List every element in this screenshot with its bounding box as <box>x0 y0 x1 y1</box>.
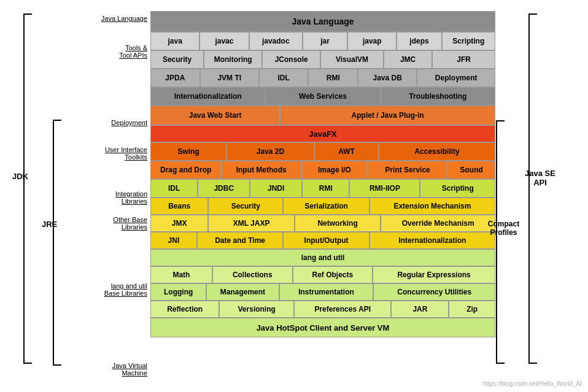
cell-intl-other: Internationalization <box>369 232 495 249</box>
cell-javadoc: javadoc <box>249 32 303 50</box>
cell-webservices-tools: Web Services <box>265 87 380 106</box>
cell-refobjects: Ref Objects <box>293 266 373 283</box>
java-se-api-label: Java SEAPI <box>522 169 559 187</box>
cell-extension: Extension Mechanism <box>369 198 495 215</box>
cell-instrumentation: Instrumentation <box>279 283 374 301</box>
cell-applet: Applet / Java Plug-in <box>280 106 495 125</box>
cell-zip: Zip <box>449 301 495 318</box>
other-row1: Beans Security Serialization Extension M… <box>150 198 495 215</box>
cell-java2d: Java 2D <box>226 142 314 161</box>
jdk-bracket-left <box>23 13 25 363</box>
ui-row1: Swing Java 2D AWT Accessibility <box>150 142 495 161</box>
cell-jmc: JMC <box>384 50 432 69</box>
cell-javawebstart: Java Web Start <box>150 106 280 125</box>
label-ui-toolkits: User InterfaceToolkits <box>92 146 147 161</box>
cell-serialization: Serialization <box>283 198 369 215</box>
cell-datetime: Date and Time <box>197 232 284 249</box>
cell-awt: AWT <box>314 142 379 161</box>
javaseapi-bracket-top <box>528 13 537 15</box>
cell-monitoring: Monitoring <box>204 50 262 69</box>
cell-printservice: Print Service <box>368 161 448 179</box>
jdk-label: JDK <box>12 172 28 181</box>
label-tools: Tools &Tool APIs <box>92 44 147 59</box>
cell-inputoutput: Input/Output <box>283 232 369 249</box>
cell-management: Management <box>206 283 279 301</box>
lang-util-header-row: lang and util <box>150 249 495 266</box>
cell-swing: Swing <box>150 142 226 161</box>
cell-inputmethods: Input Methods <box>221 161 301 179</box>
cell-security: Security <box>208 198 283 215</box>
cell-imageio: Image I/O <box>301 161 368 179</box>
cell-xmljaxp: XML JAXP <box>208 215 295 232</box>
cell-logging: Logging <box>150 283 206 301</box>
jre-label: JRE <box>42 220 57 229</box>
cell-scripting-tools: Scripting <box>442 32 495 50</box>
cell-idl-int: IDL <box>150 179 198 198</box>
jre-bracket-left <box>53 120 54 365</box>
cell-reflection: Reflection <box>150 301 219 318</box>
java-language-cell: Java Language <box>150 11 495 32</box>
compact-bracket-bottom <box>496 363 505 364</box>
cell-beans: Beans <box>150 198 208 215</box>
cell-rmi-tools: RMI <box>308 69 358 87</box>
jre-bracket-bottom <box>53 364 61 366</box>
tools-row3: JPDA JVM TI IDL RMI Java DB Deployment <box>150 69 495 87</box>
cell-sound: Sound <box>447 161 495 179</box>
lang-row2: Logging Management Instrumentation Concu… <box>150 283 495 301</box>
cell-jmx: JMX <box>150 215 208 232</box>
cell-jvmti: JVM TI <box>200 69 259 87</box>
cell-jdbc: JDBC <box>198 179 250 198</box>
other-row3: JNI Date and Time Input/Output Internati… <box>150 232 495 249</box>
ui-row2: Drag and Drop Input Methods Image I/O Pr… <box>150 161 495 179</box>
javaseapi-bracket-bottom <box>528 363 537 364</box>
tools-row2: Security Monitoring JConsole VisualVM JM… <box>150 50 495 69</box>
cell-networking: Networking <box>295 215 381 232</box>
other-row2: JMX XML JAXP Networking Override Mechani… <box>150 215 495 232</box>
diagram-area: Java Language java javac javadoc jar jav… <box>150 11 495 337</box>
url-text: https://blog.csdn.net/Hello_World_AI <box>482 380 582 387</box>
cell-regex: Regular Expressions <box>373 266 495 283</box>
cell-jpda: JPDA <box>150 69 200 87</box>
cell-security-tools: Security <box>150 50 204 69</box>
cell-jdeps: jdeps <box>397 32 441 50</box>
javaseapi-bracket-right <box>528 13 530 363</box>
cell-idl-tools: IDL <box>259 69 309 87</box>
deployment-row: Java Web Start Applet / Java Plug-in <box>150 106 495 125</box>
jvm-row: Java HotSpot Client and Server VM <box>150 318 495 337</box>
lang-row3: Reflection Versioning Preferences API JA… <box>150 301 495 318</box>
cell-intl-tools: Internationalization <box>150 87 265 106</box>
cell-versioning: Versioning <box>219 301 294 318</box>
cell-javafx: JavaFX <box>150 125 495 142</box>
cell-accessibility: Accessibility <box>379 142 495 161</box>
cell-prefsapi: Preferences API <box>294 301 391 318</box>
compact-bracket-right <box>496 120 497 363</box>
cell-jvm: Java HotSpot Client and Server VM <box>150 318 495 337</box>
label-other-base: Other BaseLibraries <box>92 216 147 231</box>
cell-troubleshooting: Troubleshooting <box>381 87 495 106</box>
cell-deployment-tools: Deployment <box>417 69 495 87</box>
jdk-bracket-bottom <box>23 363 32 364</box>
label-deployment: Deployment <box>92 119 147 126</box>
cell-dragdrop: Drag and Drop <box>150 161 221 179</box>
cell-javap: javap <box>347 32 397 50</box>
compact-bracket-top <box>496 120 505 121</box>
cell-math: Math <box>150 266 212 283</box>
label-lang-util: lang and utilBase Libraries <box>92 282 147 297</box>
label-java-language: Java Language <box>92 15 147 22</box>
javafx-row: JavaFX <box>150 125 495 142</box>
cell-jndi: JNDI <box>250 179 302 198</box>
cell-scripting-int: Scripting <box>420 179 495 198</box>
cell-jfr: JFR <box>432 50 495 69</box>
cell-rmi-int: RMI <box>302 179 349 198</box>
integration-row: IDL JDBC JNDI RMI RMI-IIOP Scripting <box>150 179 495 198</box>
cell-jconsole: JConsole <box>262 50 320 69</box>
cell-jar: jar <box>303 32 347 50</box>
label-integration: IntegrationLibraries <box>92 190 147 205</box>
cell-jni: JNI <box>150 232 197 249</box>
java-language-row: Java Language <box>150 11 495 32</box>
cell-concurrency: Concurrency Utilities <box>373 283 495 301</box>
main-container: https://blog.csdn.net/Hello_World_AI JDK… <box>0 0 588 392</box>
tools-row1: java javac javadoc jar javap jdeps Scrip… <box>150 32 495 50</box>
label-jvm: Java Virtual Machine <box>92 362 147 377</box>
lang-row1: Math Collections Ref Objects Regular Exp… <box>150 266 495 283</box>
